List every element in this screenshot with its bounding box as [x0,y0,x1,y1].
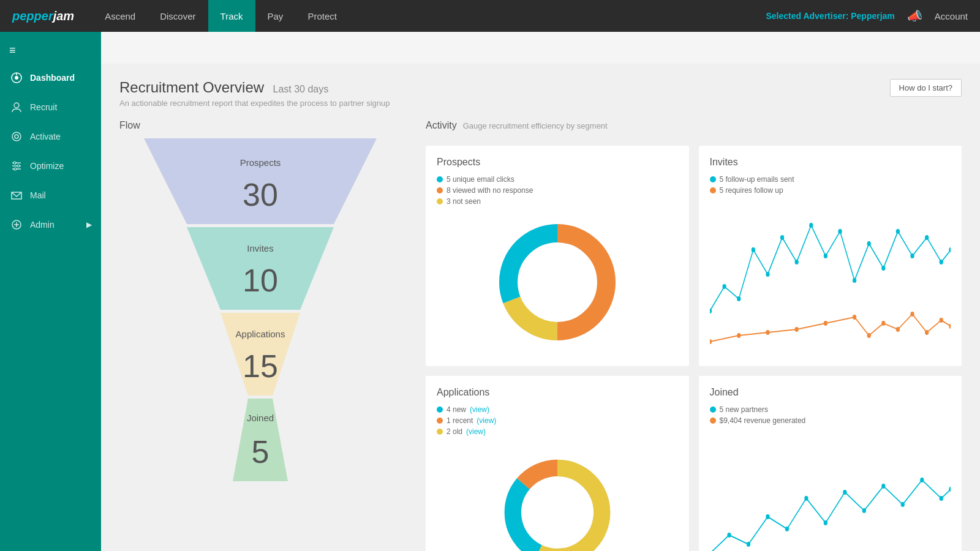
svg-point-46 [910,253,914,258]
orange-dot-icon [437,187,443,193]
applications-old-view-link[interactable]: (view) [466,427,486,436]
nav-ascend[interactable]: Ascend [92,0,148,32]
notification-bell-icon[interactable]: 📣 [907,9,922,23]
sidebar-toggle[interactable]: ≡ [0,38,101,63]
sidebar-item-admin[interactable]: Admin ▶ [0,210,101,239]
how-do-i-start-button[interactable]: How do I start? [890,79,962,97]
yellow-dot-icon [437,198,443,204]
sidebar-item-dashboard[interactable]: Dashboard [0,63,101,92]
activity-title: Activity [426,120,457,131]
svg-point-70 [746,542,750,547]
sidebar-item-dashboard-label: Dashboard [30,73,75,83]
svg-point-56 [867,333,870,338]
svg-point-3 [14,103,19,108]
sidebar-item-mail[interactable]: Mail [0,181,101,210]
sidebar-item-activate[interactable]: Activate [0,122,101,151]
nav-track[interactable]: Track [208,0,255,32]
svg-point-37 [780,235,783,240]
sidebar-item-admin-label: Admin [30,220,55,230]
activity-grid: Prospects 5 unique email clicks 8 viewed… [426,146,962,551]
svg-point-39 [809,223,813,228]
svg-point-4 [12,132,21,141]
svg-point-44 [881,266,885,271]
svg-point-9 [13,162,16,164]
selected-advertiser: Selected Advertiser: Pepperjam [766,11,894,21]
sidebar-item-mail-label: Mail [30,190,46,200]
admin-icon [9,217,24,232]
page-title-section: Recruitment Overview Last 30 days An act… [119,79,390,108]
svg-point-72 [785,527,788,531]
svg-point-11 [14,168,17,170]
blue-dot-icon [710,176,716,182]
svg-point-80 [939,496,943,501]
svg-point-58 [895,327,899,332]
applications-recent-view-link[interactable]: (view) [477,416,496,425]
invites-legend: 5 follow-up emails sent 5 requires follo… [710,175,951,195]
svg-point-52 [766,330,769,335]
orange-dot-icon [437,418,443,424]
svg-point-42 [852,278,856,283]
admin-chevron-icon: ▶ [86,220,92,229]
svg-point-33 [722,284,726,289]
page-header: Recruitment Overview Last 30 days An act… [119,79,962,108]
applications-card: Applications 4 new (view) 1 recent (view… [426,376,689,551]
svg-point-75 [843,490,846,495]
svg-point-73 [804,496,808,501]
applications-donut-chart [437,442,678,551]
nav-protect[interactable]: Protect [295,0,349,32]
svg-point-77 [881,484,885,489]
blue-dot-icon [437,407,443,413]
invites-card: Invites 5 follow-up emails sent 5 requir… [699,146,962,366]
svg-point-78 [900,502,904,507]
page-title: Recruitment Overview [119,79,264,96]
joined-card-title: Joined [710,387,951,398]
svg-point-48 [939,260,943,264]
legend-item: 5 new partners [710,405,951,414]
orange-dot-icon [710,418,716,424]
legend-item: 5 follow-up emails sent [710,175,951,184]
legend-item: 4 new (view) [437,405,678,414]
svg-point-51 [737,333,741,338]
content-grid: Flow Prospects 30 Invites 10 Application… [119,120,962,551]
sidebar: ≡ Dashboard Recruit Activate [0,32,101,551]
svg-text:Joined: Joined [247,413,274,423]
prospects-donut-chart [437,212,678,353]
svg-text:15: 15 [243,348,278,384]
yellow-dot-icon [437,429,443,435]
svg-point-61 [939,318,943,323]
account-menu[interactable]: Account [935,11,968,21]
invites-card-title: Invites [710,157,951,168]
applications-new-view-link[interactable]: (view) [470,405,489,414]
activate-icon [9,129,24,144]
svg-point-55 [852,315,856,320]
svg-point-50 [710,339,712,344]
svg-point-57 [881,321,885,326]
svg-point-43 [867,241,870,246]
invites-line-chart [710,201,951,354]
svg-point-54 [823,321,827,326]
svg-point-34 [737,296,741,301]
joined-card: Joined 5 new partners $9,404 revenue gen… [699,376,962,551]
nav-discover[interactable]: Discover [148,0,208,32]
page-title-row: Recruitment Overview Last 30 days [119,79,390,96]
applications-card-title: Applications [437,387,678,398]
svg-point-32 [710,309,712,313]
svg-point-74 [823,520,827,525]
legend-item: 8 viewed with no response [437,186,678,195]
nav-pay[interactable]: Pay [255,0,296,32]
svg-point-79 [920,478,924,482]
legend-item: 1 recent (view) [437,416,678,425]
applications-legend: 4 new (view) 1 recent (view) 2 old (view… [437,405,678,436]
legend-item: 2 old (view) [437,427,678,436]
svg-text:30: 30 [243,177,278,212]
top-navigation: pepperjam Ascend Discover Track Pay Prot… [0,0,980,32]
sidebar-item-optimize[interactable]: Optimize [0,151,101,181]
svg-point-60 [925,330,929,335]
sidebar-item-recruit[interactable]: Recruit [0,92,101,122]
activity-subtitle: Gauge recruitment efficiency by segment [463,121,608,130]
svg-point-45 [895,229,899,234]
mail-icon [9,188,24,203]
dashboard-icon [9,70,24,85]
svg-point-59 [910,312,914,317]
page-period: Last 30 days [273,84,329,94]
